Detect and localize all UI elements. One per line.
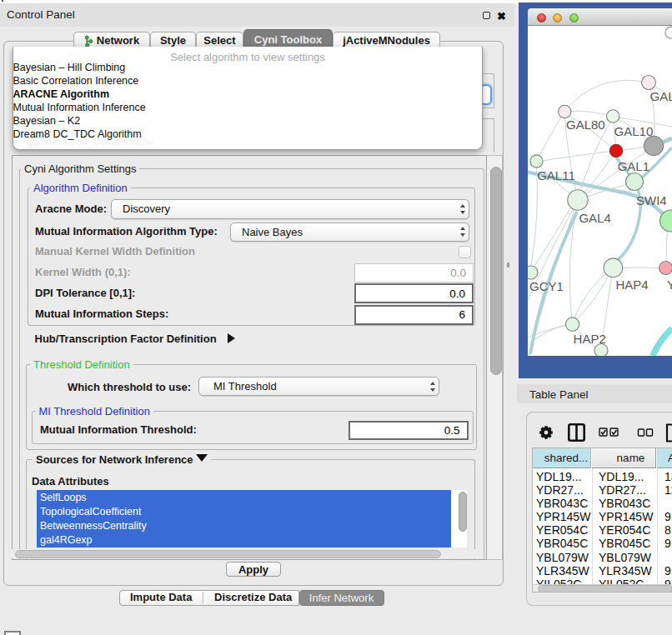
svg-text:GAL2: GAL2 [650,89,672,103]
svg-text:HAP2: HAP2 [574,332,606,346]
svg-text:GAL11: GAL11 [537,168,575,182]
svg-text:GAL4: GAL4 [579,211,610,225]
svg-text:GAL1: GAL1 [618,159,649,173]
svg-text:YD: YD [667,278,672,292]
svg-text:GAL80: GAL80 [566,118,605,132]
svg-text:GCY1: GCY1 [529,279,564,293]
svg-text:GAL10: GAL10 [614,124,654,138]
svg-text:HAP4: HAP4 [615,278,648,292]
svg-text:SWI4: SWI4 [636,193,667,208]
